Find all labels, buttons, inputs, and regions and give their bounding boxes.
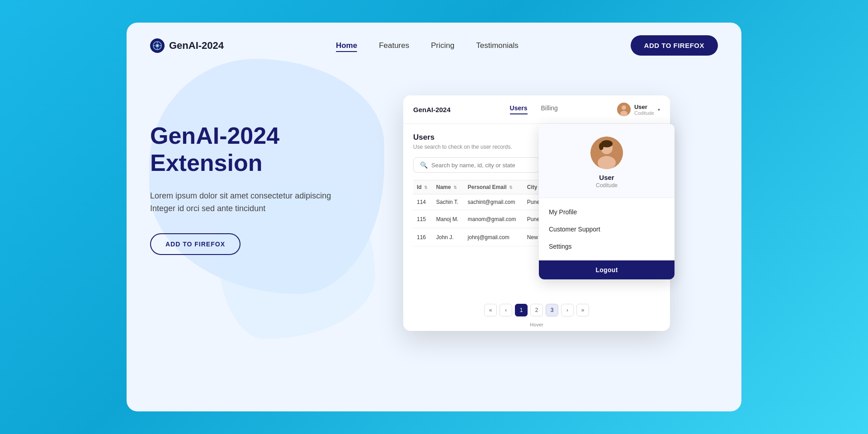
logo: GenAI-2024	[150, 38, 224, 53]
page-first-button[interactable]: «	[484, 304, 497, 316]
hero-description: Lorem ipsum dolor sit amet consectetur a…	[150, 189, 385, 216]
svg-point-9	[620, 111, 627, 116]
avatar-small	[617, 103, 631, 116]
search-icon: 🔍	[420, 161, 428, 169]
nav-testimonials[interactable]: Testimonials	[476, 41, 519, 50]
cell-email: manom@gmail.com	[464, 210, 524, 228]
nav-features[interactable]: Features	[379, 41, 409, 50]
hero-add-to-firefox-button[interactable]: ADD TO FIREFOX	[150, 233, 241, 255]
dropdown-user-header: User Coditude	[539, 124, 675, 198]
dropdown-menu-items: My Profile Customer Support Settings	[539, 198, 675, 260]
hero-section: GenAI-2024 Extension Lorem ipsum dolor s…	[127, 68, 741, 331]
logo-icon	[150, 38, 165, 53]
cell-name: Manoj M.	[433, 210, 464, 228]
app-window: GenAI-2024 Users Billing	[403, 95, 670, 331]
tab-users[interactable]: Users	[510, 104, 528, 114]
nav-home[interactable]: Home	[336, 41, 357, 50]
cell-email: sachint@gmail.com	[464, 194, 524, 210]
dropdown-my-profile[interactable]: My Profile	[539, 203, 675, 221]
page-container: GenAI-2024 Home Features Pricing Testimo…	[127, 23, 741, 411]
chevron-down-icon: ▾	[658, 107, 660, 112]
hover-label: Hover	[403, 322, 670, 331]
dropdown-logout-button[interactable]: Logout	[539, 260, 675, 279]
pagination: « ‹ 1 2 3 › »	[403, 296, 670, 322]
user-info: User Coditude	[634, 104, 654, 116]
search-input[interactable]	[431, 162, 533, 169]
user-dropdown[interactable]: User Coditude ▾	[617, 103, 660, 116]
page-next-button[interactable]: ›	[561, 304, 574, 316]
pagination-container: « ‹ 1 2 3 › » Hover	[403, 296, 670, 331]
col-email[interactable]: Personal Email ⇅	[464, 180, 524, 194]
nav-links: Home Features Pricing Testimonials	[336, 41, 519, 50]
col-id[interactable]: Id ⇅	[413, 180, 433, 194]
dropdown-userorg: Coditude	[596, 182, 618, 189]
svg-point-12	[598, 156, 616, 169]
nav-pricing[interactable]: Pricing	[431, 41, 454, 50]
user-name: User	[634, 104, 654, 110]
dropdown-settings[interactable]: Settings	[539, 238, 675, 255]
svg-point-2	[157, 45, 158, 46]
cell-name: John J.	[433, 228, 464, 246]
hero-left: GenAI-2024 Extension Lorem ipsum dolor s…	[150, 95, 385, 255]
svg-point-14	[599, 143, 604, 150]
app-body: Users Use search to check on the user re…	[403, 124, 670, 296]
page-prev-button[interactable]: ‹	[500, 304, 512, 316]
tab-billing[interactable]: Billing	[541, 104, 558, 114]
page-1-button[interactable]: 1	[515, 304, 528, 316]
user-dropdown-menu: User Coditude My Profile Customer Suppor…	[539, 124, 675, 279]
app-logo: GenAI-2024	[413, 106, 451, 113]
dropdown-customer-support[interactable]: Customer Support	[539, 221, 675, 238]
app-header: GenAI-2024 Users Billing	[403, 95, 670, 124]
navbar: GenAI-2024 Home Features Pricing Testimo…	[127, 23, 741, 68]
user-org: Coditude	[634, 110, 654, 116]
logo-text: GenAI-2024	[169, 40, 224, 52]
dropdown-username: User	[599, 174, 614, 181]
app-preview: GenAI-2024 Users Billing	[403, 95, 718, 331]
cell-id: 114	[413, 194, 433, 210]
page-3-button[interactable]: 3	[546, 304, 558, 316]
page-2-button[interactable]: 2	[530, 304, 543, 316]
cell-id: 116	[413, 228, 433, 246]
search-box[interactable]: 🔍	[413, 157, 540, 173]
col-name[interactable]: Name ⇅	[433, 180, 464, 194]
app-tabs: Users Billing	[510, 104, 558, 114]
hero-title: GenAI-2024 Extension	[150, 123, 385, 177]
avatar-large	[590, 137, 623, 169]
navbar-add-to-firefox-button[interactable]: ADD TO FIREFOX	[631, 35, 718, 56]
svg-point-8	[622, 105, 626, 110]
page-last-button[interactable]: »	[576, 304, 589, 316]
cell-email: johnj@gmail.com	[464, 228, 524, 246]
cell-id: 115	[413, 210, 433, 228]
cell-name: Sachin T.	[433, 194, 464, 210]
